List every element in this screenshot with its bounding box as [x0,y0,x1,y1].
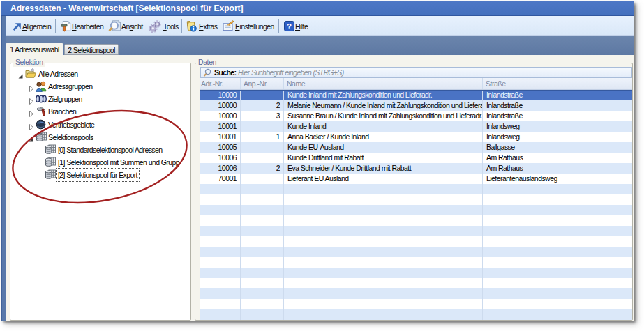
svg-text:?: ? [287,22,292,31]
